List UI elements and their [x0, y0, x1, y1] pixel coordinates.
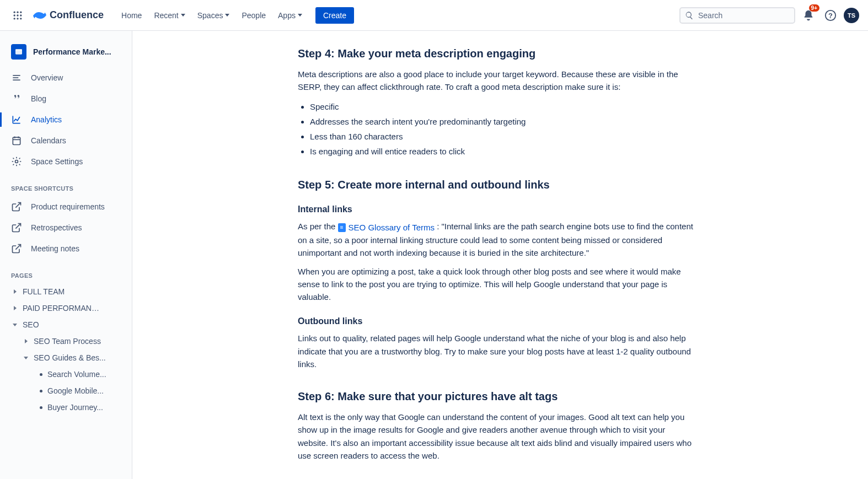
article-body: Step 4: Make your meta description engag… — [298, 47, 695, 462]
top-navigation: Confluence Home Recent Spaces People App… — [0, 0, 868, 31]
section-shortcuts: SPACE SHORTCUTS — [0, 184, 132, 196]
bullet-icon — [40, 373, 42, 376]
paragraph: Links out to quality, related pages will… — [298, 332, 695, 370]
sidebar-item-label: Retrospectives — [31, 223, 82, 232]
sidebar-item-label: Overview — [31, 73, 63, 82]
sidebar-item-label: Product requirements — [31, 202, 105, 211]
svg-point-1 — [17, 11, 18, 13]
space-icon — [11, 44, 26, 60]
doc-icon — [338, 223, 346, 232]
svg-rect-16 — [13, 137, 20, 144]
svg-point-6 — [14, 18, 15, 19]
sidebar-item-label: Analytics — [31, 115, 62, 124]
overview-icon — [11, 72, 22, 83]
space-header[interactable]: Performance Marke... — [0, 40, 132, 67]
svg-point-8 — [20, 18, 22, 19]
svg-text:?: ? — [828, 11, 833, 19]
bullet-list: Specific Addresses the search intent you… — [310, 99, 695, 159]
tree-item-paid-performance[interactable]: PAID PERFORMANCE — [0, 300, 132, 316]
main-content: Step 4: Make your meta description engag… — [132, 31, 868, 479]
search-input[interactable] — [679, 7, 795, 24]
sidebar: Performance Marke... Overview Blog Analy… — [0, 31, 132, 479]
paragraph: Meta descriptions are also a good place … — [298, 68, 695, 94]
paragraph: When you are optimizing a post, take a q… — [298, 265, 695, 304]
svg-point-2 — [20, 11, 22, 13]
heading-step-6: Step 6: Make sure that your pictures hav… — [298, 390, 695, 403]
subheading-outbound-links: Outbound links — [298, 316, 695, 326]
avatar[interactable]: TS — [844, 8, 859, 23]
app-switcher-icon[interactable] — [9, 7, 26, 24]
nav-right: 9+ ? TS — [679, 7, 859, 24]
sidebar-item-label: Space Settings — [31, 157, 83, 166]
list-item: Addresses the search intent you're predo… — [310, 114, 695, 129]
space-title: Performance Marke... — [33, 47, 111, 56]
chevron-right-icon — [11, 304, 19, 312]
sidebar-item-product-requirements[interactable]: Product requirements — [0, 196, 132, 217]
list-item: Less than 160 characters — [310, 129, 695, 144]
bullet-icon — [40, 390, 42, 392]
paragraph: Alt text is the only way that Google can… — [298, 411, 695, 462]
sidebar-item-label: Calendars — [31, 136, 66, 145]
nav-left: Confluence Home Recent Spaces People App… — [9, 7, 354, 24]
gear-icon — [11, 156, 22, 167]
blog-icon — [11, 93, 22, 104]
sidebar-item-settings[interactable]: Space Settings — [0, 151, 132, 172]
chevron-down-icon — [225, 14, 229, 17]
chevron-down-icon — [298, 14, 302, 17]
svg-point-20 — [15, 160, 18, 163]
nav-links: Home Recent Spaces People Apps — [116, 7, 308, 24]
sidebar-item-analytics[interactable]: Analytics — [0, 109, 132, 130]
tree-item-buyer-journey[interactable]: Buyer Journey... — [0, 399, 132, 416]
svg-point-3 — [14, 14, 15, 16]
sidebar-item-meeting-notes[interactable]: Meeting notes — [0, 238, 132, 259]
svg-point-5 — [20, 14, 22, 16]
notification-badge: 9+ — [809, 4, 819, 12]
search-wrap — [679, 7, 795, 24]
heading-step-5: Step 5: Create more internal and outboun… — [298, 179, 695, 191]
tree-item-seo-team-process[interactable]: SEO Team Process — [0, 333, 132, 349]
nav-people[interactable]: People — [236, 7, 271, 24]
chevron-right-icon — [11, 288, 19, 295]
sidebar-item-blog[interactable]: Blog — [0, 88, 132, 109]
chevron-right-icon — [22, 337, 30, 345]
sidebar-item-overview[interactable]: Overview — [0, 67, 132, 88]
external-link-icon — [11, 243, 22, 254]
chevron-down-icon — [22, 354, 30, 362]
svg-point-4 — [17, 14, 18, 16]
sidebar-item-label: Meeting notes — [31, 244, 79, 253]
layout: Performance Marke... Overview Blog Analy… — [0, 31, 868, 479]
svg-point-7 — [17, 18, 18, 19]
sidebar-item-retrospectives[interactable]: Retrospectives — [0, 217, 132, 238]
tree-item-seo-guides[interactable]: SEO Guides & Bes... — [0, 349, 132, 366]
chevron-down-icon — [11, 321, 19, 329]
list-item: Specific — [310, 99, 695, 114]
svg-point-0 — [14, 11, 15, 13]
paragraph: As per the SEO Glossary of Terms : "Inte… — [298, 220, 695, 260]
list-item: Is engaging and will entice readers to c… — [310, 144, 695, 159]
create-button[interactable]: Create — [315, 7, 354, 24]
confluence-logo[interactable]: Confluence — [29, 9, 108, 22]
bullet-icon — [40, 406, 42, 409]
external-link-icon — [11, 222, 22, 233]
nav-recent[interactable]: Recent — [148, 7, 190, 24]
chevron-down-icon — [181, 14, 185, 17]
heading-step-4: Step 4: Make your meta description engag… — [298, 47, 695, 60]
svg-rect-12 — [15, 49, 22, 51]
nav-spaces[interactable]: Spaces — [192, 7, 235, 24]
tree-item-full-team[interactable]: FULL TEAM — [0, 283, 132, 300]
sidebar-item-calendars[interactable]: Calendars — [0, 130, 132, 151]
search-icon — [685, 11, 694, 20]
subheading-internal-links: Internal links — [298, 204, 695, 214]
help-icon[interactable]: ? — [822, 7, 839, 24]
notifications-icon[interactable]: 9+ — [800, 7, 817, 24]
external-link-icon — [11, 201, 22, 212]
analytics-icon — [11, 114, 22, 125]
tree-item-seo[interactable]: SEO — [0, 316, 132, 333]
link-seo-glossary[interactable]: SEO Glossary of Terms — [338, 221, 435, 234]
nav-home[interactable]: Home — [116, 7, 147, 24]
tree-item-google-mobile[interactable]: Google Mobile... — [0, 383, 132, 399]
nav-apps[interactable]: Apps — [272, 7, 308, 24]
tree-item-search-volume[interactable]: Search Volume... — [0, 366, 132, 383]
product-name: Confluence — [50, 9, 104, 21]
sidebar-item-label: Blog — [31, 94, 46, 103]
